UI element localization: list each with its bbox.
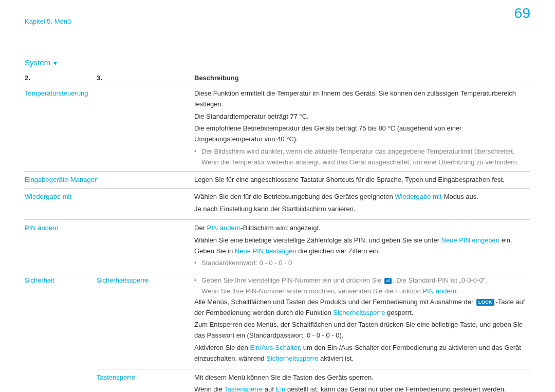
table-header-row: 2. 3. Beschreibung [25, 71, 530, 85]
cell-label: Wiedergabe mit [25, 193, 71, 200]
text: die gleichen vier Ziffern ein. [297, 247, 380, 255]
description-text: Der PIN ändern-Bildschirm wird angezeigt… [194, 223, 526, 234]
text: Wählen Sie eine beliebige vierstellige Z… [194, 236, 441, 244]
table-row: Wiedergabe mit Wählen Sie den für die Be… [25, 189, 530, 220]
column-header-description: Beschreibung [194, 71, 530, 85]
description-text: Zum Entsperren des Menüs, der Schaltfläc… [194, 320, 526, 341]
text: gesperrt. [385, 309, 413, 316]
table-row: Temperatursteuerung Diese Funktion ermit… [25, 85, 530, 172]
table-row: Sicherheit Sicherheitssperre Geben Sie I… [25, 272, 530, 369]
cell-sublabel: Sicherheitssperre [97, 276, 149, 284]
link-text: PIN ändern [422, 287, 456, 295]
description-text: Die empfohlene Betriebstemperatur des Ge… [194, 123, 526, 145]
table-row: Tastensperre Mit diesem Menü können Sie … [25, 369, 530, 392]
text: Aktivieren Sie den [194, 344, 250, 351]
cell-sublabel: Tastensperre [97, 374, 135, 381]
text: -Modus aus. [441, 193, 478, 200]
chapter-title: Kapitel 5. Menü [25, 17, 530, 25]
text: auf [263, 385, 275, 392]
text: Wenn die [194, 385, 224, 392]
cell-label: Eingabegeräte-Manager [25, 176, 97, 183]
link-text: Sicherheitssperre [266, 354, 318, 362]
description-text: Legen Sie für eine angeschlossene Tastat… [194, 176, 505, 183]
text: Wenn Sie Ihre PIN-Nummer ändern möchten,… [201, 287, 422, 295]
table-row: PIN ändern Der PIN ändern-Bildschirm wir… [25, 219, 530, 272]
text: aktiviert ist. [318, 354, 354, 362]
description-text: Je nach Einstellung kann der Startbildsc… [194, 204, 526, 215]
link-text: Neue PIN bestätigen [235, 247, 297, 255]
link-text: Neue PIN eingeben [441, 236, 499, 244]
text: gestellt ist, kann das Gerät nur über di… [285, 385, 506, 392]
cell-label: PIN ändern [25, 224, 59, 232]
manual-page: 69 Kapitel 5. Menü System▼ 2. 3. Beschre… [0, 0, 555, 392]
text: Alle Menüs, Schaltflächen und Tasten des… [194, 298, 475, 306]
description-text: Mit diesem Menü können Sie die Tasten de… [194, 372, 526, 383]
enter-icon: ⏎ [384, 278, 392, 284]
description-text: Wenn die Tastensperre auf Ein gestellt i… [194, 384, 526, 392]
settings-table: 2. 3. Beschreibung Temperatursteuerung D… [25, 71, 530, 392]
link-text: PIN ändern [207, 224, 241, 232]
section-heading: System▼ [25, 58, 530, 67]
text: . Die Standard-PIN ist „0-0-0-0". [393, 276, 487, 284]
text: . [456, 287, 458, 295]
text: Wählen Sie den für die Betriebsumgebung … [194, 193, 395, 200]
link-text: Ein [276, 385, 286, 392]
cell-label: Sicherheit [25, 276, 54, 284]
link-text: Wiedergabe mit [395, 193, 441, 200]
page-number: 69 [514, 5, 530, 22]
description-text: Aktivieren Sie den Ein/Aus-Schalter, um … [194, 343, 526, 364]
text: Geben Sie Ihre vierstellige PIN-Nummer e… [201, 276, 383, 284]
description-text: Alle Menüs, Schaltflächen und Tasten des… [194, 297, 526, 319]
description-text: Wählen Sie eine beliebige vierstellige Z… [194, 235, 526, 257]
text: Der [194, 224, 207, 232]
section-label: System [25, 58, 50, 67]
link-text: Sicherheitssperre [333, 309, 385, 316]
cell-label: Temperatursteuerung [25, 89, 88, 97]
link-text: Tastensperre [224, 385, 263, 392]
description-text: Wählen Sie den für die Betriebsumgebung … [194, 192, 526, 202]
column-header-3: 3. [97, 71, 194, 85]
note-text: Der Bildschirm wird dunkler, wenn die ak… [201, 146, 526, 168]
note-text: Geben Sie Ihre vierstellige PIN-Nummer e… [201, 275, 526, 297]
note-text: Standardkennwort: 0 - 0 - 0 - 0 [201, 258, 526, 269]
text: -Bildschirm wird angezeigt. [240, 224, 320, 232]
table-row: Eingabegeräte-Manager Legen Sie für eine… [25, 171, 530, 189]
link-text: Ein/Aus-Schalter [250, 344, 299, 351]
description-text: Diese Funktion ermittelt die Temperatur … [194, 88, 526, 110]
description-text: Die Standardtemperatur beträgt 77 °C. [194, 111, 526, 122]
lock-button-icon: LOCK [476, 299, 495, 306]
column-header-2: 2. [25, 71, 97, 85]
dropdown-arrow-icon: ▼ [52, 60, 58, 66]
